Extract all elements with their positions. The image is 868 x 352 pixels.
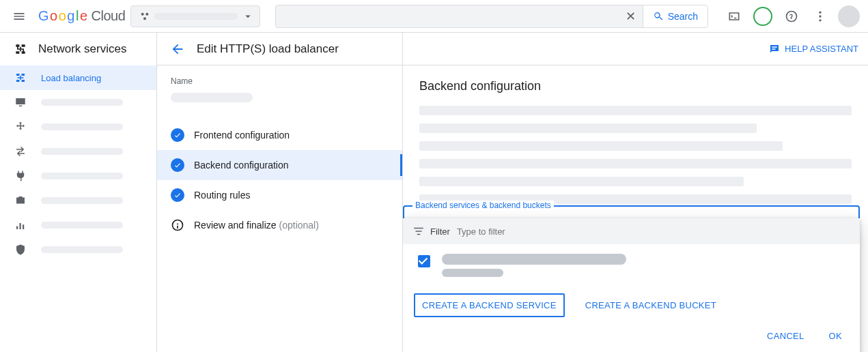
sidebar-item-load-balancing[interactable]: Load balancing (0, 65, 156, 90)
swap-icon (14, 145, 27, 158)
briefcase-icon (14, 194, 27, 207)
info-icon (171, 218, 184, 232)
sidebar-item-placeholder[interactable] (0, 213, 156, 237)
sidebar-item-placeholder[interactable] (0, 237, 156, 262)
search-icon (653, 11, 664, 22)
name-label: Name (171, 76, 389, 86)
project-name-placeholder (154, 13, 238, 20)
top-bar: Google Cloud ✕ Search (0, 0, 868, 33)
filter-bar: Filter (403, 218, 860, 244)
svg-point-3 (819, 11, 821, 13)
shield-icon (14, 244, 27, 256)
move-icon (14, 121, 27, 133)
svg-point-2 (143, 17, 146, 20)
sidebar-item-placeholder[interactable] (0, 164, 156, 188)
more-icon[interactable] (807, 3, 834, 30)
step-routing[interactable]: Routing rules (171, 180, 389, 210)
svg-point-0 (141, 12, 144, 15)
status-indicator[interactable] (749, 3, 776, 30)
backend-dropdown-panel: Filter CREATE A BACKEND SERVICE CREATE A… (403, 218, 860, 352)
check-icon (171, 158, 184, 172)
steps-panel: Edit HTTP(S) load balancer Name Frontend… (157, 33, 403, 352)
step-review[interactable]: Review and finalize (optional) (171, 210, 389, 240)
check-icon (171, 188, 184, 202)
plug-icon (14, 170, 27, 182)
search-input[interactable] (276, 5, 619, 27)
svg-point-4 (819, 15, 821, 17)
ok-button[interactable]: OK (822, 325, 849, 347)
search-bar: ✕ Search (275, 5, 708, 28)
monitor-icon (14, 96, 27, 108)
step-backend[interactable]: Backend configuration (157, 150, 402, 180)
option-subtitle-placeholder (442, 269, 503, 277)
cancel-button[interactable]: CANCEL (760, 325, 811, 347)
help-icon[interactable] (778, 3, 805, 30)
arrow-left-icon (170, 42, 185, 57)
chevron-down-icon (242, 10, 254, 23)
sidebar: Network services Load balancing (0, 33, 157, 352)
content-pane: HELP ASSISTANT Backend configuration Bac… (403, 33, 868, 352)
sidebar-item-placeholder[interactable] (0, 139, 156, 164)
analytics-icon (14, 219, 27, 231)
create-backend-bucket-button[interactable]: CREATE A BACKEND BUCKET (578, 295, 723, 316)
filter-label: Filter (430, 226, 450, 237)
sidebar-title: Network services (0, 33, 156, 65)
network-services-icon (14, 42, 27, 56)
lb-name-placeholder (171, 93, 253, 102)
project-selector[interactable] (130, 5, 260, 27)
create-backend-service-button[interactable]: CREATE A BACKEND SERVICE (414, 293, 565, 317)
sidebar-item-placeholder[interactable] (0, 188, 156, 213)
back-button[interactable] (165, 37, 190, 61)
option-checkbox[interactable] (418, 255, 430, 267)
help-assistant-link[interactable]: HELP ASSISTANT (768, 43, 858, 55)
svg-point-5 (819, 19, 821, 21)
filter-input[interactable] (456, 226, 850, 237)
check-icon (171, 128, 184, 142)
select-legend: Backend services & backend buckets (412, 201, 554, 210)
sidebar-item-placeholder[interactable] (0, 115, 156, 139)
content-toolbar: HELP ASSISTANT (403, 33, 868, 65)
chat-icon (768, 43, 781, 55)
page-title: Edit HTTP(S) load balancer (197, 42, 339, 56)
section-heading: Backend configuration (419, 79, 852, 93)
account-avatar[interactable] (835, 3, 863, 30)
sidebar-item-label: Load balancing (41, 73, 101, 83)
step-frontend[interactable]: Frontend configuration (171, 120, 389, 150)
svg-point-1 (146, 12, 149, 15)
topbar-actions (720, 3, 863, 30)
option-title-placeholder (442, 254, 626, 265)
load-balancing-icon (14, 72, 27, 84)
clear-search-icon[interactable]: ✕ (619, 9, 643, 24)
project-icon (139, 11, 150, 22)
filter-icon (412, 225, 425, 237)
backend-option-row[interactable] (403, 244, 860, 287)
hamburger-menu-icon[interactable] (5, 3, 33, 30)
google-cloud-logo[interactable]: Google Cloud (38, 8, 125, 24)
cloud-shell-icon[interactable] (720, 3, 748, 30)
page-toolbar: Edit HTTP(S) load balancer (157, 33, 402, 65)
sidebar-item-placeholder[interactable] (0, 90, 156, 115)
search-button[interactable]: Search (643, 5, 708, 27)
